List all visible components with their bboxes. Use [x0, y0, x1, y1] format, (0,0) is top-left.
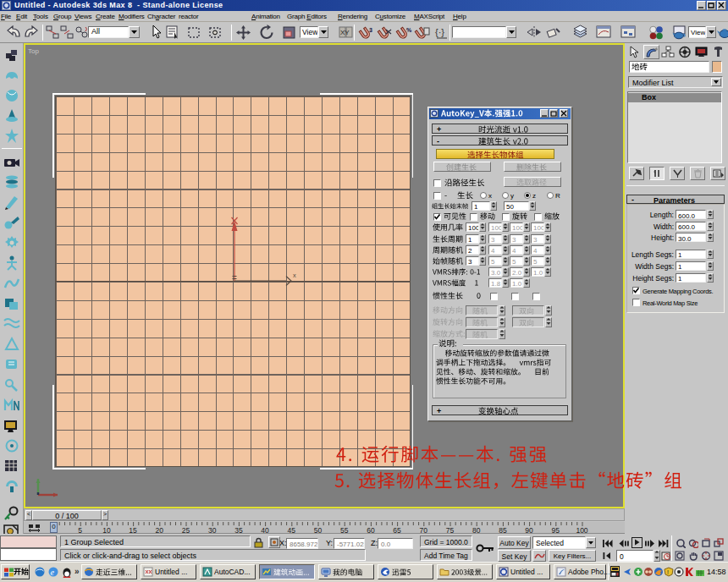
svg-text:XY: XY	[340, 29, 350, 36]
svg-text:10: 10	[102, 526, 111, 534]
svg-text:100: 100	[576, 526, 587, 534]
svg-text:x: x	[293, 272, 296, 279]
svg-text:3: 3	[369, 27, 372, 33]
svg-text:20: 20	[156, 526, 164, 534]
svg-text:40: 40	[261, 526, 269, 534]
svg-text:75: 75	[446, 526, 455, 534]
svg-text:70: 70	[420, 526, 428, 534]
svg-text:e: e	[51, 568, 55, 577]
svg-text:90: 90	[525, 526, 533, 534]
svg-text:%: %	[406, 27, 412, 33]
svg-text:60: 60	[367, 526, 375, 534]
svg-text:35: 35	[234, 526, 243, 534]
svg-text:95: 95	[552, 526, 560, 534]
svg-text:45: 45	[288, 526, 296, 534]
svg-text:55: 55	[340, 526, 349, 534]
svg-text:50: 50	[314, 526, 323, 534]
svg-text:{·}: {·}	[435, 27, 444, 37]
svg-text:5: 5	[78, 526, 82, 534]
svg-text:30: 30	[208, 526, 217, 534]
svg-text:25: 25	[182, 526, 190, 534]
svg-text:85: 85	[499, 526, 507, 534]
svg-text:65: 65	[393, 526, 401, 534]
svg-text:80: 80	[472, 526, 481, 534]
svg-text:!: !	[667, 569, 669, 575]
svg-text:15: 15	[129, 526, 137, 534]
